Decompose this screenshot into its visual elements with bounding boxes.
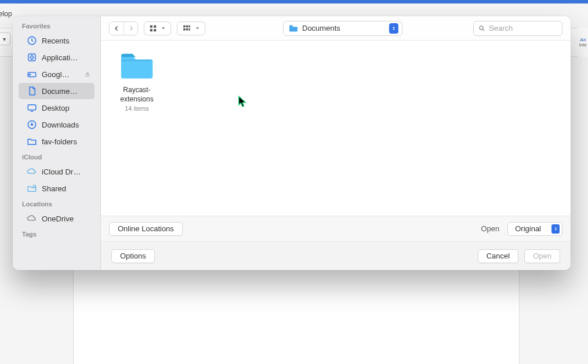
bg-dropdown-icon: ▾	[0, 32, 10, 45]
sidebar-section-icloud: iCloud iCloud Dr… Shared	[13, 150, 100, 196]
eject-icon[interactable]	[84, 71, 91, 78]
sidebar-header-locations: Locations	[15, 197, 98, 210]
sidebar-header-favorites: Favorites	[15, 19, 98, 32]
cloud-icon	[27, 213, 37, 224]
sidebar-item-label: Applicati…	[42, 53, 90, 62]
folder-icon	[119, 51, 155, 81]
icloud-icon	[27, 166, 37, 177]
sidebar-item-label: iCloud Dr…	[42, 168, 90, 176]
sidebar-item-documents[interactable]: Docume…	[19, 83, 95, 99]
sidebar[interactable]: Favorites Recents Applicati… Googl…	[13, 16, 101, 270]
chevron-down-icon	[195, 26, 200, 31]
sidebar-item-label: Shared	[42, 184, 90, 193]
sidebar-item-label: Downloads	[42, 121, 90, 129]
svg-rect-5	[28, 105, 36, 110]
options-button[interactable]: Options	[111, 249, 155, 263]
location-label: Documents	[302, 24, 340, 32]
forward-button[interactable]	[124, 22, 137, 35]
options-bar: Online Locations Open Original	[101, 216, 571, 241]
sidebar-item-label: Desktop	[42, 104, 90, 112]
updown-arrows-icon	[551, 224, 560, 234]
file-item[interactable]: Raycast-extensions 14 items	[111, 51, 162, 112]
open-mode-value: Original	[515, 224, 541, 233]
sidebar-item-label: Recents	[42, 37, 90, 45]
search-input[interactable]	[489, 24, 557, 32]
nav-buttons	[109, 21, 138, 35]
sidebar-item-shared[interactable]: Shared	[19, 180, 95, 196]
grid-icon	[149, 24, 157, 32]
downloads-icon	[27, 119, 37, 130]
sidebar-item-desktop[interactable]: Desktop	[19, 100, 95, 116]
online-locations-label: Online Locations	[118, 224, 174, 233]
file-open-dialog: Favorites Recents Applicati… Googl…	[13, 16, 571, 270]
sidebar-section-tags: Tags	[13, 227, 100, 240]
svg-rect-13	[186, 25, 188, 27]
svg-rect-17	[189, 28, 190, 31]
buttons-bar: Options Cancel Open	[101, 241, 571, 270]
sidebar-section-favorites: Favorites Recents Applicati… Googl…	[13, 19, 100, 150]
sidebar-section-locations: Locations OneDrive	[13, 197, 100, 227]
chevron-down-icon	[161, 26, 166, 31]
applications-icon	[27, 52, 37, 63]
svg-point-3	[29, 74, 30, 75]
svg-rect-8	[150, 25, 153, 27]
svg-point-18	[480, 26, 483, 29]
view-mode-select[interactable]	[144, 21, 171, 35]
options-button-label: Options	[120, 252, 146, 260]
group-icon	[182, 24, 191, 32]
sidebar-item-onedrive[interactable]: OneDrive	[19, 210, 95, 227]
svg-rect-11	[154, 29, 156, 31]
location-popup[interactable]: Documents	[283, 21, 402, 36]
search-box[interactable]	[473, 21, 562, 36]
cancel-button[interactable]: Cancel	[478, 249, 518, 263]
background-right-label-a: Aa	[580, 37, 586, 42]
sidebar-header-tags: Tags	[15, 227, 98, 240]
sidebar-item-applications[interactable]: Applicati…	[19, 49, 95, 65]
svg-rect-10	[150, 29, 153, 31]
folder-icon	[288, 24, 299, 32]
svg-rect-9	[154, 25, 156, 27]
sidebar-item-label: OneDrive	[42, 214, 90, 223]
file-name: Raycast-extensions	[111, 86, 162, 104]
documents-icon	[27, 86, 37, 96]
sidebar-item-favfolders[interactable]: fav-folders	[19, 133, 95, 150]
svg-rect-14	[189, 25, 190, 27]
background-tab-text: elop	[0, 10, 12, 18]
online-locations-button[interactable]: Online Locations	[109, 222, 183, 236]
sidebar-item-downloads[interactable]: Downloads	[19, 117, 95, 133]
sidebar-item-label: fav-folders	[42, 137, 90, 146]
folder-icon	[27, 136, 37, 147]
sidebar-item-recents[interactable]: Recents	[19, 32, 95, 49]
file-meta: 14 items	[125, 105, 149, 112]
svg-rect-16	[186, 28, 188, 31]
file-content-area[interactable]: Raycast-extensions 14 items	[101, 41, 571, 216]
background-right-panel: Aa Inte	[578, 28, 588, 57]
desktop-icon	[27, 103, 37, 113]
open-mode-select[interactable]: Original	[507, 222, 562, 236]
cancel-button-label: Cancel	[487, 252, 510, 260]
svg-rect-4	[85, 76, 90, 77]
google-drive-icon	[27, 69, 37, 79]
group-mode-select[interactable]	[177, 21, 205, 35]
svg-rect-15	[183, 28, 186, 31]
dialog-main: Documents Raycast-ext	[101, 16, 571, 270]
mouse-cursor-icon	[238, 95, 248, 108]
background-right-label-b: Inte	[579, 42, 586, 48]
sidebar-item-label: Googl…	[42, 70, 90, 79]
open-button-label: Open	[533, 252, 551, 260]
search-icon	[478, 24, 485, 32]
shared-icon	[27, 183, 37, 194]
sidebar-item-icloud-drive[interactable]: iCloud Dr…	[19, 163, 95, 180]
back-button[interactable]	[110, 22, 124, 35]
svg-point-7	[33, 185, 36, 188]
sidebar-item-google[interactable]: Googl…	[19, 66, 95, 82]
sidebar-header-icloud: iCloud	[15, 150, 98, 163]
open-button[interactable]: Open	[524, 249, 560, 263]
open-mode-label: Open	[481, 224, 499, 233]
dialog-toolbar: Documents	[101, 16, 571, 41]
sidebar-item-label: Docume…	[42, 87, 90, 96]
updown-arrows-icon	[389, 23, 398, 34]
svg-rect-12	[183, 25, 186, 27]
clock-icon	[27, 35, 37, 46]
